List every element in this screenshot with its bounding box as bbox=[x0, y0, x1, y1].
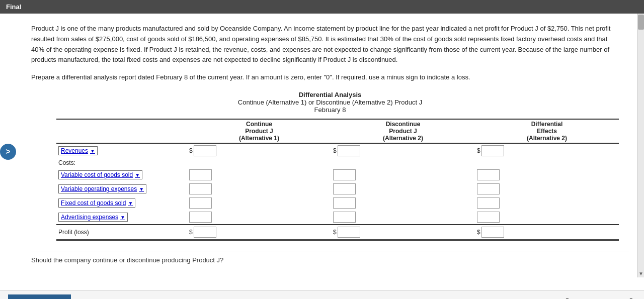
footer-left: Check My Work 1 more Check My Work uses … bbox=[8, 294, 192, 299]
analysis-table-wrapper: Continue Product J (Alternative 1) Disco… bbox=[56, 119, 619, 241]
fixed-cogs-row: Fixed cost of goods sold ▼ bbox=[56, 196, 619, 210]
fixed-cogs-col2 bbox=[331, 196, 475, 210]
scrollbar-track[interactable]: ▼ bbox=[637, 14, 644, 277]
analysis-table: Continue Product J (Alternative 1) Disco… bbox=[56, 119, 619, 241]
fixed-cogs-col2-input[interactable] bbox=[333, 197, 356, 209]
right-arrow-icon: > bbox=[6, 147, 10, 156]
fixed-cogs-col3-input[interactable] bbox=[477, 197, 500, 209]
revenues-dropdown[interactable]: Revenues ▼ bbox=[58, 146, 98, 155]
title-line2: Continue (Alternative 1) or Discontinue … bbox=[31, 98, 629, 106]
fixed-cogs-col1-input[interactable] bbox=[189, 197, 212, 209]
previous-button[interactable]: ❮ Previous bbox=[562, 297, 601, 300]
variable-opex-col2-input[interactable] bbox=[333, 183, 356, 194]
profit-col3: $ bbox=[475, 225, 619, 240]
fixed-cogs-dropdown-arrow: ▼ bbox=[128, 201, 133, 206]
variable-opex-col3 bbox=[475, 182, 619, 196]
col-label-header bbox=[56, 119, 187, 143]
scrollbar-thumb[interactable] bbox=[638, 15, 644, 30]
revenues-label-cell: Revenues ▼ bbox=[56, 143, 187, 158]
variable-opex-dropdown-arrow: ▼ bbox=[139, 186, 144, 192]
advertising-col2 bbox=[331, 210, 475, 225]
variable-cogs-row: Variable cost of goods sold ▼ bbox=[56, 168, 619, 182]
check-work-button[interactable]: Check My Work bbox=[8, 294, 71, 299]
fixed-cogs-col1 bbox=[187, 196, 331, 210]
title-label: Final bbox=[6, 3, 21, 11]
question-text: Should the company continue or discontin… bbox=[31, 256, 223, 264]
revenues-dropdown-arrow: ▼ bbox=[90, 148, 95, 154]
profit-col2-input[interactable] bbox=[338, 227, 360, 238]
variable-opex-dropdown[interactable]: Variable operating expenses ▼ bbox=[58, 184, 146, 193]
analysis-title: Differential Analysis Continue (Alternat… bbox=[31, 91, 629, 114]
main-container: > Product J is one of the many products … bbox=[0, 14, 644, 290]
profit-col2-input-wrap: $ bbox=[333, 227, 473, 238]
revenues-col1-input[interactable] bbox=[194, 145, 216, 156]
advertising-col1-input[interactable] bbox=[189, 212, 212, 223]
revenues-col1: $ bbox=[187, 143, 331, 158]
profit-loss-label: Profit (loss) bbox=[56, 225, 187, 240]
title-bar: Final bbox=[0, 0, 644, 14]
fixed-cogs-col3 bbox=[475, 196, 619, 210]
next-chevron-icon: ❯ bbox=[628, 297, 636, 300]
revenues-col1-input-wrap: $ bbox=[189, 145, 329, 156]
fixed-cogs-dropdown[interactable]: Fixed cost of goods sold ▼ bbox=[58, 198, 135, 208]
fixed-cogs-label-cell: Fixed cost of goods sold ▼ bbox=[56, 196, 187, 210]
advertising-row: Advertising expenses ▼ bbox=[56, 210, 619, 225]
advertising-label-cell: Advertising expenses ▼ bbox=[56, 210, 187, 225]
advertising-dropdown-arrow: ▼ bbox=[120, 215, 125, 220]
variable-cogs-col2 bbox=[331, 168, 475, 182]
advertising-col2-input[interactable] bbox=[333, 212, 356, 223]
variable-opex-row: Variable operating expenses ▼ bbox=[56, 182, 619, 196]
col3-header: Differential Effects (Alternative 2) bbox=[475, 119, 619, 143]
profit-col3-input[interactable] bbox=[481, 227, 504, 238]
variable-cogs-col1 bbox=[187, 168, 331, 182]
variable-opex-col2 bbox=[331, 182, 475, 196]
left-nav-arrow[interactable]: > bbox=[0, 144, 16, 160]
variable-opex-label-cell: Variable operating expenses ▼ bbox=[56, 182, 187, 196]
costs-label: Costs: bbox=[56, 158, 619, 168]
footer-bar: Check My Work 1 more Check My Work uses … bbox=[0, 290, 644, 299]
variable-cogs-col3-input[interactable] bbox=[477, 169, 500, 180]
title-date: February 8 bbox=[31, 106, 629, 114]
next-button[interactable]: Next ❯ bbox=[611, 297, 636, 300]
variable-opex-col3-input[interactable] bbox=[477, 183, 500, 194]
variable-cogs-dropdown[interactable]: Variable cost of goods sold ▼ bbox=[58, 170, 142, 179]
question-section: Should the company continue or discontin… bbox=[31, 251, 629, 264]
variable-opex-col1-input[interactable] bbox=[189, 183, 212, 194]
advertising-col1 bbox=[187, 210, 331, 225]
problem-text: Product J is one of the many products ma… bbox=[31, 24, 629, 65]
costs-label-row: Costs: bbox=[56, 158, 619, 168]
revenues-col2-input[interactable] bbox=[338, 145, 360, 156]
title-line1: Differential Analysis bbox=[31, 91, 629, 98]
col1-header: Continue Product J (Alternative 1) bbox=[187, 119, 331, 143]
variable-cogs-label-cell: Variable cost of goods sold ▼ bbox=[56, 168, 187, 182]
advertising-col3 bbox=[475, 210, 619, 225]
revenues-col2: $ bbox=[331, 143, 475, 158]
revenues-col3-input[interactable] bbox=[481, 145, 504, 156]
advertising-dropdown[interactable]: Advertising expenses ▼ bbox=[58, 213, 128, 222]
variable-cogs-col1-input[interactable] bbox=[189, 169, 212, 180]
profit-loss-row: Profit (loss) $ $ bbox=[56, 225, 619, 240]
variable-cogs-col3 bbox=[475, 168, 619, 182]
revenues-col3: $ bbox=[475, 143, 619, 158]
footer-right: ❮ Previous Next ❯ bbox=[562, 297, 636, 300]
revenues-col2-input-wrap: $ bbox=[333, 145, 473, 156]
profit-col3-input-wrap: $ bbox=[477, 227, 617, 238]
revenues-row: Revenues ▼ $ $ bbox=[56, 143, 619, 158]
profit-col1: $ bbox=[187, 225, 331, 240]
scrollbar-down-arrow[interactable]: ▼ bbox=[637, 271, 644, 276]
revenues-col3-input-wrap: $ bbox=[477, 145, 617, 156]
variable-cogs-dropdown-arrow: ▼ bbox=[135, 172, 140, 178]
profit-col1-input-wrap: $ bbox=[189, 227, 329, 238]
profit-col1-input[interactable] bbox=[194, 227, 216, 238]
variable-opex-col1 bbox=[187, 182, 331, 196]
previous-chevron-icon: ❮ bbox=[562, 297, 570, 300]
profit-col2: $ bbox=[331, 225, 475, 240]
scroll-area[interactable]: Product J is one of the many products ma… bbox=[16, 14, 644, 274]
advertising-col3-input[interactable] bbox=[477, 212, 500, 223]
instruction-text: Prepare a differential analysis report d… bbox=[31, 73, 629, 81]
variable-cogs-col2-input[interactable] bbox=[333, 169, 356, 180]
col2-header: Discontinue Product J (Alternative 2) bbox=[331, 119, 475, 143]
